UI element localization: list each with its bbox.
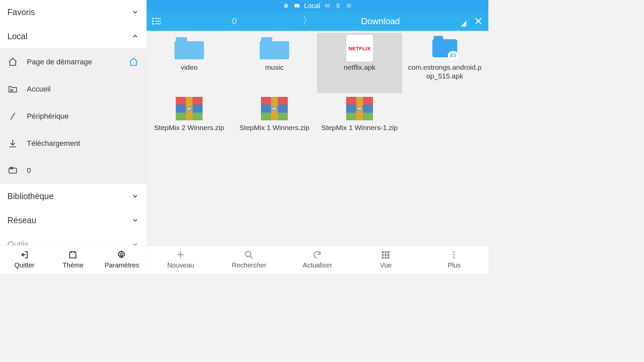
sidebar-group-local[interactable]: Local <box>0 24 146 48</box>
file-label: StepMix 2 Winners.zip <box>154 123 224 132</box>
file-label: com.estrongs.android.pop_515.apk <box>406 63 483 81</box>
sidebar-group-favoris[interactable]: Favoris <box>0 0 146 24</box>
sidebar-item-download[interactable]: Téléchargement <box>0 130 146 157</box>
svg-point-34 <box>453 254 455 256</box>
svg-rect-10 <box>336 3 340 8</box>
sidebar: Favoris Local Page de démarrage <box>0 0 147 274</box>
file-label: netflix.apk <box>344 63 376 72</box>
breadcrumb: 0 〉 Download <box>167 14 468 28</box>
sd-card-icon <box>7 165 18 176</box>
zip-icon <box>344 96 375 121</box>
file-item[interactable]: ES com.estrongs.android.pop_515.apk <box>402 33 487 93</box>
tab-icon <box>293 2 300 9</box>
device-icon <box>335 2 341 9</box>
svg-line-2 <box>11 113 15 120</box>
refresh-label: Actualiser <box>303 261 332 269</box>
file-item[interactable]: StepMix 2 Winners.zip <box>147 93 232 154</box>
svg-point-16 <box>153 23 154 24</box>
svg-rect-26 <box>387 251 389 253</box>
svg-rect-25 <box>385 251 387 253</box>
new-button[interactable]: Nouveau <box>147 246 215 274</box>
folder-list-icon <box>7 84 18 95</box>
top-status-bar: Local <box>147 0 488 11</box>
theme-button[interactable]: Thème <box>49 246 97 274</box>
new-label: Nouveau <box>167 261 194 269</box>
theme-label: Thème <box>63 261 84 269</box>
svg-line-23 <box>250 256 252 258</box>
settings-label: Paramètres <box>105 261 139 269</box>
svg-rect-31 <box>385 257 387 259</box>
search-button[interactable]: Rechercher <box>215 246 283 274</box>
expand-path-icon[interactable] <box>461 21 466 26</box>
more-vertical-icon <box>449 250 459 260</box>
file-item[interactable]: StepMix 1 Winners.zip <box>232 93 317 154</box>
sidebar-bottom-bar: Quitter Thème Paramètres <box>0 245 146 274</box>
folder-icon <box>259 36 289 61</box>
action-bar: Nouveau Rechercher Actualiser Vue <box>147 245 488 274</box>
sidebar-group-library[interactable]: Bibliothèque <box>0 184 146 208</box>
top-location-label: Local <box>304 2 320 10</box>
home-icon <box>7 57 18 67</box>
theme-icon <box>68 250 78 260</box>
sidebar-item-label: Téléchargement <box>27 139 80 148</box>
chevron-down-icon <box>131 241 139 245</box>
sidebar-item-label: Périphérique <box>27 112 69 121</box>
sidebar-item-label: Page de démarrage <box>27 58 92 66</box>
sidebar-item-home[interactable]: Accueil <box>0 75 146 103</box>
breadcrumb-item-download[interactable]: Download <box>313 16 448 26</box>
sidebar-group-label: Favoris <box>7 7 35 17</box>
chevron-down-icon <box>131 192 139 200</box>
chevron-down-icon <box>131 217 139 224</box>
breadcrumb-separator: 〉 <box>302 14 313 28</box>
svg-point-33 <box>453 251 455 253</box>
view-label: Vue <box>380 261 392 269</box>
sidebar-group-label: Réseau <box>7 216 36 225</box>
sidebar-group-network[interactable]: Réseau <box>0 208 146 232</box>
sidebar-item-label: 0 <box>27 166 31 175</box>
svg-point-35 <box>453 257 455 258</box>
home-active-icon <box>128 57 139 67</box>
svg-rect-27 <box>382 254 384 256</box>
breadcrumb-item-0[interactable]: 0 <box>167 16 302 26</box>
sidebar-item-device[interactable]: Périphérique <box>0 103 146 130</box>
quit-button[interactable]: Quitter <box>0 246 49 274</box>
search-icon <box>244 250 254 260</box>
svg-point-12 <box>153 18 154 19</box>
search-label: Rechercher <box>232 261 266 269</box>
sidebar-item-sdcard[interactable]: 0 <box>0 157 146 184</box>
more-button[interactable]: Plus <box>420 246 488 274</box>
chevron-up-icon <box>131 33 139 40</box>
close-button[interactable] <box>468 16 488 26</box>
settings-button[interactable]: Paramètres <box>98 246 146 274</box>
svg-rect-24 <box>382 251 384 253</box>
plus-icon <box>176 250 186 260</box>
sidebar-group-label: Outils <box>7 240 29 246</box>
zip-icon <box>174 96 204 121</box>
sidebar-group-label: Bibliothèque <box>7 191 54 201</box>
file-item-selected[interactable]: NETFLIX netflix.apk <box>317 33 402 93</box>
sidebar-group-tools[interactable]: Outils <box>0 232 146 245</box>
gear-icon <box>117 250 127 260</box>
file-item[interactable]: music <box>232 33 317 93</box>
list-view-icon[interactable] <box>147 17 167 25</box>
svg-rect-30 <box>382 257 384 259</box>
more-label: Plus <box>448 261 461 269</box>
view-button[interactable]: Vue <box>352 246 420 274</box>
svg-point-22 <box>245 251 251 257</box>
file-label: video <box>181 63 198 72</box>
svg-rect-29 <box>387 254 389 256</box>
sidebar-item-startpage[interactable]: Page de démarrage <box>0 48 146 75</box>
refresh-button[interactable]: Actualiser <box>283 246 352 274</box>
zip-icon <box>259 96 289 121</box>
apk-icon: ES <box>430 36 460 61</box>
exit-icon <box>19 250 30 260</box>
sidebar-group-label: Local <box>7 32 28 41</box>
svg-rect-11 <box>347 4 351 8</box>
svg-point-14 <box>153 21 154 22</box>
file-grid: video music NETFLIX netflix.apk ES com.e… <box>147 31 488 245</box>
file-item[interactable]: StepMix 1 Winners-1.zip <box>317 93 402 154</box>
file-item[interactable]: video <box>147 33 232 93</box>
apk-icon: NETFLIX <box>344 36 375 61</box>
svg-rect-9 <box>325 4 330 7</box>
window-icon <box>345 2 352 9</box>
